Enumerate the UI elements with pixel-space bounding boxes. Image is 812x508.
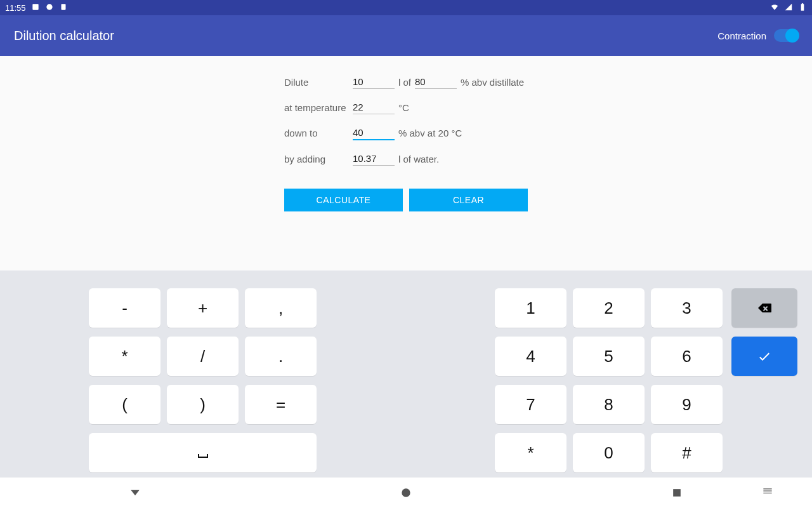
key-slash[interactable]: / (167, 337, 239, 376)
svg-point-1 (46, 4, 52, 10)
navigation-bar (0, 478, 812, 508)
numeric-keyboard: - + , * / . ( ) = 1 2 3 4 5 6 7 8 9 * 0 … (0, 271, 812, 478)
input-volume[interactable] (353, 75, 395, 89)
label-degree-c: °C (398, 102, 409, 113)
key-star[interactable]: * (89, 337, 160, 376)
clear-button[interactable]: CLEAR (409, 189, 528, 211)
svg-rect-2 (61, 4, 65, 10)
key-6[interactable]: 6 (651, 337, 723, 376)
key-enter[interactable] (731, 337, 797, 376)
label-down-to: down to (284, 128, 353, 138)
input-abv-in[interactable] (415, 75, 457, 89)
key-equals[interactable]: = (245, 385, 317, 424)
battery-icon (798, 3, 807, 13)
clock: 11:55 (5, 3, 26, 13)
status-bar: 11:55 (0, 0, 812, 15)
input-abv-out[interactable] (353, 126, 395, 140)
key-lparen[interactable]: ( (89, 385, 160, 424)
status-app-icon-1 (31, 3, 40, 13)
label-abv-distillate: % abv distillate (461, 77, 524, 88)
app-bar: Dilution calculator Contraction (0, 15, 812, 56)
nav-home[interactable] (271, 486, 542, 499)
key-comma[interactable]: , (245, 288, 317, 328)
key-plus[interactable]: + (167, 288, 239, 328)
input-water[interactable] (353, 152, 395, 166)
label-l-of: l of (398, 77, 411, 88)
main-content: Dilute l of % abv distillate at temperat… (0, 56, 812, 211)
key-asterisk[interactable]: * (495, 433, 566, 472)
key-2[interactable]: 2 (573, 288, 645, 328)
wifi-icon (770, 3, 779, 13)
label-dilute: Dilute (284, 77, 353, 88)
contraction-label: Contraction (717, 30, 766, 41)
key-hash[interactable]: # (651, 433, 723, 472)
key-8[interactable]: 8 (573, 385, 645, 424)
key-dot[interactable]: . (245, 337, 317, 376)
key-space[interactable] (89, 433, 317, 472)
key-1[interactable]: 1 (495, 288, 566, 328)
nav-back[interactable] (0, 486, 271, 499)
key-rparen[interactable]: ) (167, 385, 239, 424)
status-app-icon-2 (45, 3, 54, 13)
svg-rect-3 (801, 4, 804, 10)
key-9[interactable]: 9 (651, 385, 723, 424)
svg-point-5 (402, 488, 410, 497)
svg-rect-0 (32, 4, 38, 10)
label-abv-at-20c: % abv at 20 °C (398, 128, 462, 138)
contraction-toggle[interactable] (774, 29, 798, 42)
label-by-adding: by adding (284, 154, 353, 164)
signal-icon (784, 3, 793, 13)
key-3[interactable]: 3 (651, 288, 723, 328)
key-minus[interactable]: - (89, 288, 160, 328)
label-temperature: at temperature (284, 102, 353, 113)
calculate-button[interactable]: CALCULATE (284, 189, 403, 211)
key-7[interactable]: 7 (495, 385, 566, 424)
page-title: Dilution calculator (14, 29, 114, 43)
svg-rect-6 (673, 489, 681, 497)
keyboard-switch-icon[interactable] (761, 485, 774, 500)
key-4[interactable]: 4 (495, 337, 566, 376)
key-backspace[interactable] (731, 288, 797, 328)
svg-rect-4 (802, 3, 803, 4)
key-5[interactable]: 5 (573, 337, 645, 376)
input-temperature[interactable] (353, 100, 395, 114)
status-app-icon-3 (59, 3, 68, 13)
label-l-of-water: l of water. (398, 154, 439, 164)
key-0[interactable]: 0 (573, 433, 645, 472)
